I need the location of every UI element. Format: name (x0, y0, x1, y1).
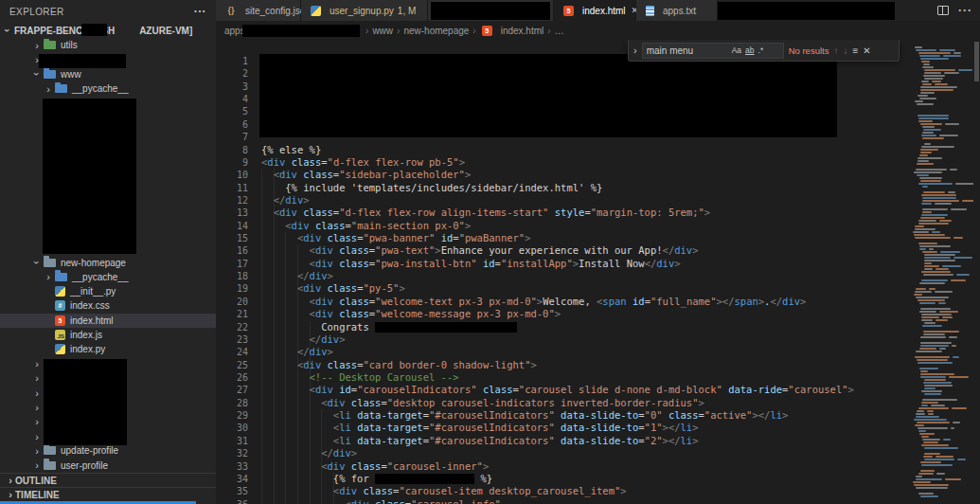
line-number[interactable]: 33 (216, 460, 248, 473)
explorer-more-button[interactable]: ··· (194, 5, 206, 18)
code-line[interactable]: 24</div> (216, 346, 911, 358)
code-line[interactable]: 19<div class="py-5"> (216, 282, 911, 295)
line-number[interactable]: 26 (216, 371, 248, 384)
code-line[interactable]: 30<li data-target="#carouselIndicators" … (216, 422, 911, 434)
code-line[interactable]: 8{% else %} (216, 144, 911, 156)
line-number[interactable]: 10 (216, 169, 248, 181)
code-line[interactable]: 21<div class="welcome-message px-3 px-md… (216, 308, 911, 320)
line-number[interactable]: 25 (216, 359, 248, 371)
regex-icon[interactable]: .* (758, 45, 764, 55)
code-line[interactable]: 17<div class="pwa-install-btn" id="insta… (216, 258, 911, 270)
workspace-root-row[interactable]: › FRAPPE-BENCH [SSH AZURE-VM] (0, 23, 216, 38)
tab-index.html[interactable]: 5index.html✕ (554, 0, 636, 21)
line-number[interactable]: 12 (216, 194, 248, 207)
line-number[interactable]: 11 (216, 182, 248, 194)
line-number[interactable]: 6 (216, 118, 248, 131)
tree-item-__init__.py[interactable]: __init__.py (0, 284, 216, 298)
code-line[interactable]: 25<div class="card border-0 shadow-light… (216, 359, 911, 371)
code-line[interactable]: 10<div class="sidebar-placeholder"> (216, 169, 911, 181)
tab-site_config.json[interactable]: {}site_config.json (216, 0, 301, 21)
line-number[interactable]: 32 (216, 447, 248, 459)
code-line[interactable]: 35<div class="carousel-item desktop_caro… (216, 485, 911, 497)
line-number[interactable]: 1 (216, 55, 248, 67)
match-case-icon[interactable]: Aa (732, 45, 741, 55)
code-line[interactable]: 18</div> (216, 270, 911, 282)
line-number[interactable]: 29 (216, 409, 248, 422)
line-number[interactable]: 22 (216, 321, 248, 333)
line-number[interactable]: 9 (216, 156, 248, 169)
line-number[interactable]: 18 (216, 270, 248, 282)
scrollbar-thumb[interactable] (974, 42, 979, 81)
tree-item-index.js[interactable]: JSindex.js (0, 328, 216, 342)
find-next-icon[interactable]: ↓ (843, 45, 847, 56)
editor-scrollbar[interactable] (973, 40, 980, 504)
line-number[interactable]: 28 (216, 397, 248, 409)
line-number[interactable]: 31 (216, 435, 248, 447)
outline-section-header[interactable]: › OUTLINE (0, 473, 216, 487)
tree-item-www[interactable]: ›www (0, 67, 216, 81)
line-number[interactable]: 5 (216, 105, 248, 117)
code-line[interactable]: 20<div class="welcome-text px-3 px-md-0"… (216, 296, 911, 308)
code-line[interactable]: 12</div> (216, 194, 911, 207)
minimap[interactable] (911, 40, 973, 504)
line-number[interactable]: 16 (216, 244, 248, 257)
line-number[interactable]: 8 (216, 144, 248, 156)
find-close-icon[interactable]: ✕ (863, 45, 870, 56)
find-in-selection-icon[interactable]: ≡ (852, 45, 858, 56)
line-number[interactable]: 35 (216, 485, 248, 497)
code-line[interactable]: 28<div class="desktop carousel-indicator… (216, 397, 911, 409)
code-line[interactable]: 16<div class="pwa-text">Enhance your exp… (216, 244, 911, 257)
line-number[interactable]: 20 (216, 296, 248, 308)
breadcrumb-item-…[interactable]: … (555, 26, 564, 36)
find-collapse-icon[interactable]: › (633, 45, 637, 56)
timeline-section-header[interactable]: › TIMELINE (0, 487, 216, 501)
code-line[interactable]: 22Congrats (216, 321, 911, 333)
line-number[interactable]: 19 (216, 282, 248, 295)
line-number[interactable]: 24 (216, 346, 248, 358)
line-number[interactable]: 13 (216, 207, 248, 219)
tree-item-user-profile[interactable]: ›user-profile (0, 459, 216, 473)
tree-item-__pycache__[interactable]: ›__pycache__ (0, 81, 216, 96)
line-number[interactable]: 14 (216, 220, 248, 232)
code-line[interactable]: 29<li data-target="#carouselIndicators" … (216, 409, 911, 422)
code-line[interactable]: 27<div id="carouselIndicators" class="ca… (216, 384, 911, 396)
line-number[interactable]: 21 (216, 308, 248, 320)
tree-item-update-profile[interactable]: ›update-profile (0, 443, 216, 458)
more-actions-icon[interactable]: ··· (958, 4, 972, 17)
line-number[interactable]: 27 (216, 384, 248, 396)
line-number[interactable]: 23 (216, 333, 248, 346)
tree-item-index.html[interactable]: 5index.html (0, 314, 216, 328)
code-line[interactable]: 33<div class="carousel-inner"> (216, 460, 911, 473)
line-number[interactable]: 2 (216, 67, 248, 80)
tree-item-index.py[interactable]: index.py (0, 342, 216, 356)
find-previous-icon[interactable]: ↑ (833, 45, 838, 56)
tree-item-__pycache__[interactable]: ›__pycache__ (0, 270, 216, 284)
code-line[interactable]: 31<li data-target="#carouselIndicators" … (216, 435, 911, 447)
line-number[interactable]: 30 (216, 422, 248, 434)
breadcrumb-item-new-homepage[interactable]: new-homepage (403, 26, 469, 36)
breadcrumb-item-www[interactable]: www (372, 26, 393, 36)
line-number[interactable]: 4 (216, 93, 248, 105)
code-line[interactable]: 26<!-- Desktop Carousel --> (216, 371, 911, 384)
tree-item-index.css[interactable]: #index.css (0, 298, 216, 313)
tab-apps.txt[interactable]: apps.txt (636, 0, 718, 21)
code-line[interactable]: 32</div> (216, 447, 911, 459)
find-input[interactable] (647, 45, 728, 56)
line-number[interactable]: 34 (216, 473, 248, 485)
whole-word-icon[interactable]: ab (745, 45, 754, 55)
code-line[interactable]: 23</div> (216, 333, 911, 346)
line-number[interactable]: 3 (216, 81, 248, 93)
line-number[interactable]: 7 (216, 131, 248, 143)
breadcrumb-item-index.html[interactable]: 5index.html (480, 26, 544, 36)
code-line[interactable]: 14<div class="main-section px-0"> (216, 220, 911, 232)
code-line[interactable]: 34{% for %} (216, 473, 911, 485)
split-editor-icon[interactable] (937, 6, 949, 15)
tree-item-new-homepage[interactable]: ›new-homepage (0, 255, 216, 269)
line-number[interactable]: 17 (216, 258, 248, 270)
code-line[interactable]: 15<div class="pwa-banner" id="pwaBanner"… (216, 232, 911, 244)
line-number[interactable]: 36 (216, 498, 248, 504)
code-line[interactable]: 13<div class="d-flex flex-row align-item… (216, 207, 911, 219)
tab-user_signup.py[interactable]: user_signup.py1, M (301, 0, 428, 21)
line-number[interactable]: 15 (216, 232, 248, 244)
code-line[interactable]: 9<div class="d-flex flex-row pb-5"> (216, 156, 911, 169)
